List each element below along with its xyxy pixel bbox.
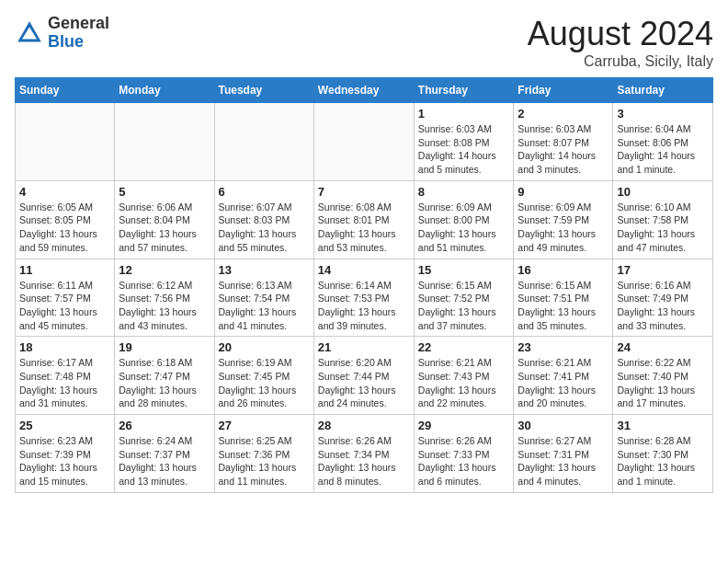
calendar-cell: 30Sunrise: 6:27 AM Sunset: 7:31 PM Dayli…: [514, 415, 613, 493]
day-info: Sunrise: 6:16 AM Sunset: 7:49 PM Dayligh…: [617, 279, 709, 333]
month-title: August 2024: [528, 15, 713, 53]
day-number: 13: [219, 263, 310, 277]
logo-text: General Blue: [48, 15, 109, 52]
day-number: 17: [617, 263, 709, 277]
week-row: 1Sunrise: 6:03 AM Sunset: 8:08 PM Daylig…: [16, 103, 713, 181]
week-row: 11Sunrise: 6:11 AM Sunset: 7:57 PM Dayli…: [16, 259, 713, 337]
day-number: 26: [119, 419, 210, 432]
day-info: Sunrise: 6:09 AM Sunset: 7:59 PM Dayligh…: [518, 201, 609, 255]
day-number: 23: [518, 340, 609, 354]
calendar: SundayMondayTuesdayWednesdayThursdayFrid…: [15, 77, 713, 493]
day-number: 1: [418, 107, 510, 121]
day-number: 8: [418, 185, 510, 199]
day-number: 29: [418, 419, 510, 432]
calendar-cell: 1Sunrise: 6:03 AM Sunset: 8:08 PM Daylig…: [414, 103, 514, 181]
day-number: 9: [518, 185, 609, 199]
calendar-cell: 24Sunrise: 6:22 AM Sunset: 7:40 PM Dayli…: [613, 337, 713, 415]
day-info: Sunrise: 6:05 AM Sunset: 8:05 PM Dayligh…: [19, 201, 110, 255]
logo-general: General: [48, 15, 109, 33]
day-info: Sunrise: 6:18 AM Sunset: 7:47 PM Dayligh…: [119, 356, 210, 410]
title-area: August 2024 Carruba, Sicily, Italy: [528, 15, 713, 70]
weekday-header-row: SundayMondayTuesdayWednesdayThursdayFrid…: [16, 78, 713, 103]
day-number: 20: [219, 340, 310, 354]
day-info: Sunrise: 6:20 AM Sunset: 7:44 PM Dayligh…: [318, 356, 410, 410]
calendar-cell: 26Sunrise: 6:24 AM Sunset: 7:37 PM Dayli…: [115, 415, 214, 493]
calendar-cell: 12Sunrise: 6:12 AM Sunset: 7:56 PM Dayli…: [115, 259, 214, 337]
day-number: 31: [617, 419, 709, 432]
day-info: Sunrise: 6:15 AM Sunset: 7:52 PM Dayligh…: [418, 279, 510, 333]
day-number: 16: [518, 263, 609, 277]
day-number: 4: [19, 185, 110, 199]
day-number: 25: [19, 419, 110, 432]
weekday-header: Saturday: [613, 78, 713, 103]
day-info: Sunrise: 6:17 AM Sunset: 7:48 PM Dayligh…: [19, 356, 110, 410]
day-info: Sunrise: 6:26 AM Sunset: 7:34 PM Dayligh…: [318, 434, 410, 488]
logo-icon: [15, 18, 44, 48]
day-info: Sunrise: 6:07 AM Sunset: 8:03 PM Dayligh…: [219, 201, 310, 255]
day-number: 14: [318, 263, 410, 277]
calendar-cell: 6Sunrise: 6:07 AM Sunset: 8:03 PM Daylig…: [214, 180, 313, 259]
calendar-cell: 9Sunrise: 6:09 AM Sunset: 7:59 PM Daylig…: [514, 180, 613, 259]
day-info: Sunrise: 6:28 AM Sunset: 7:30 PM Dayligh…: [617, 434, 709, 488]
calendar-cell: 3Sunrise: 6:04 AM Sunset: 8:06 PM Daylig…: [613, 103, 713, 181]
day-number: 18: [19, 340, 110, 354]
calendar-cell: [313, 103, 414, 181]
calendar-cell: 7Sunrise: 6:08 AM Sunset: 8:01 PM Daylig…: [313, 180, 414, 259]
day-info: Sunrise: 6:03 AM Sunset: 8:07 PM Dayligh…: [518, 122, 609, 177]
calendar-cell: 5Sunrise: 6:06 AM Sunset: 8:04 PM Daylig…: [115, 180, 214, 259]
week-row: 18Sunrise: 6:17 AM Sunset: 7:48 PM Dayli…: [16, 337, 713, 415]
weekday-header: Monday: [115, 78, 214, 103]
calendar-cell: 22Sunrise: 6:21 AM Sunset: 7:43 PM Dayli…: [414, 337, 514, 415]
calendar-cell: 13Sunrise: 6:13 AM Sunset: 7:54 PM Dayli…: [214, 259, 313, 337]
weekday-header: Friday: [514, 78, 613, 103]
calendar-cell: [16, 103, 115, 181]
day-info: Sunrise: 6:06 AM Sunset: 8:04 PM Dayligh…: [119, 201, 210, 255]
calendar-cell: 19Sunrise: 6:18 AM Sunset: 7:47 PM Dayli…: [115, 337, 214, 415]
calendar-cell: 23Sunrise: 6:21 AM Sunset: 7:41 PM Dayli…: [514, 337, 613, 415]
calendar-cell: 2Sunrise: 6:03 AM Sunset: 8:07 PM Daylig…: [514, 103, 613, 181]
day-number: 30: [518, 419, 609, 432]
calendar-cell: 25Sunrise: 6:23 AM Sunset: 7:39 PM Dayli…: [16, 415, 115, 493]
day-info: Sunrise: 6:04 AM Sunset: 8:06 PM Dayligh…: [617, 122, 709, 177]
day-number: 10: [617, 185, 709, 199]
day-info: Sunrise: 6:15 AM Sunset: 7:51 PM Dayligh…: [518, 279, 609, 333]
day-number: 21: [318, 340, 410, 354]
calendar-cell: 21Sunrise: 6:20 AM Sunset: 7:44 PM Dayli…: [313, 337, 414, 415]
logo: General Blue: [15, 15, 109, 52]
day-info: Sunrise: 6:21 AM Sunset: 7:41 PM Dayligh…: [518, 356, 609, 410]
calendar-cell: 10Sunrise: 6:10 AM Sunset: 7:58 PM Dayli…: [613, 180, 713, 259]
day-info: Sunrise: 6:09 AM Sunset: 8:00 PM Dayligh…: [418, 201, 510, 255]
day-number: 6: [219, 185, 310, 199]
day-number: 28: [318, 419, 410, 432]
day-info: Sunrise: 6:22 AM Sunset: 7:40 PM Dayligh…: [617, 356, 709, 410]
calendar-cell: [115, 103, 214, 181]
day-info: Sunrise: 6:08 AM Sunset: 8:01 PM Dayligh…: [318, 201, 410, 255]
day-info: Sunrise: 6:19 AM Sunset: 7:45 PM Dayligh…: [219, 356, 310, 410]
day-number: 19: [119, 340, 210, 354]
calendar-cell: 8Sunrise: 6:09 AM Sunset: 8:00 PM Daylig…: [414, 180, 514, 259]
day-info: Sunrise: 6:26 AM Sunset: 7:33 PM Dayligh…: [418, 434, 510, 488]
calendar-cell: 16Sunrise: 6:15 AM Sunset: 7:51 PM Dayli…: [514, 259, 613, 337]
calendar-cell: [214, 103, 313, 181]
day-number: 15: [418, 263, 510, 277]
day-info: Sunrise: 6:23 AM Sunset: 7:39 PM Dayligh…: [19, 434, 110, 488]
day-info: Sunrise: 6:25 AM Sunset: 7:36 PM Dayligh…: [219, 434, 310, 488]
weekday-header: Thursday: [414, 78, 514, 103]
logo-blue: Blue: [48, 33, 109, 52]
day-number: 12: [119, 263, 210, 277]
calendar-cell: 27Sunrise: 6:25 AM Sunset: 7:36 PM Dayli…: [214, 415, 313, 493]
day-info: Sunrise: 6:03 AM Sunset: 8:08 PM Dayligh…: [418, 122, 510, 177]
day-number: 3: [617, 107, 709, 121]
day-info: Sunrise: 6:21 AM Sunset: 7:43 PM Dayligh…: [418, 356, 510, 410]
day-number: 7: [318, 185, 410, 199]
day-info: Sunrise: 6:11 AM Sunset: 7:57 PM Dayligh…: [19, 279, 110, 333]
calendar-cell: 31Sunrise: 6:28 AM Sunset: 7:30 PM Dayli…: [613, 415, 713, 493]
calendar-cell: 17Sunrise: 6:16 AM Sunset: 7:49 PM Dayli…: [613, 259, 713, 337]
calendar-cell: 11Sunrise: 6:11 AM Sunset: 7:57 PM Dayli…: [16, 259, 115, 337]
day-info: Sunrise: 6:13 AM Sunset: 7:54 PM Dayligh…: [219, 279, 310, 333]
day-info: Sunrise: 6:27 AM Sunset: 7:31 PM Dayligh…: [518, 434, 609, 488]
location: Carruba, Sicily, Italy: [528, 53, 713, 70]
day-info: Sunrise: 6:24 AM Sunset: 7:37 PM Dayligh…: [119, 434, 210, 488]
calendar-cell: 29Sunrise: 6:26 AM Sunset: 7:33 PM Dayli…: [414, 415, 514, 493]
calendar-cell: 14Sunrise: 6:14 AM Sunset: 7:53 PM Dayli…: [313, 259, 414, 337]
